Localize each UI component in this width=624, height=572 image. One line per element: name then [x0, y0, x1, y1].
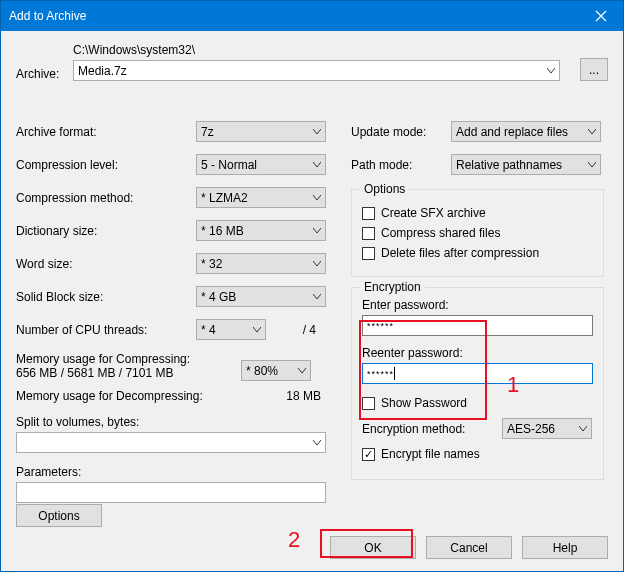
dictionary-size-label: Dictionary size: [16, 224, 196, 238]
delete-after-checkbox[interactable] [362, 247, 375, 260]
enter-password-input[interactable]: ****** [362, 315, 593, 336]
encrypt-filenames-label: Encrypt file names [381, 447, 480, 461]
archive-path-label: C:\Windows\system32\ [73, 43, 568, 57]
show-password-label: Show Password [381, 396, 467, 410]
options-button[interactable]: Options [16, 504, 102, 527]
dialog-window: Add to Archive Archive: C:\Windows\syste… [0, 0, 624, 572]
sfx-checkbox[interactable] [362, 207, 375, 220]
update-mode-combo[interactable]: Add and replace files [451, 121, 601, 142]
titlebar: Add to Archive [1, 1, 623, 31]
options-legend: Options [360, 182, 409, 196]
encryption-group: Encryption Enter password: ****** Reente… [351, 287, 604, 480]
solid-block-size-combo[interactable]: * 4 GB [196, 286, 326, 307]
dialog-body: Archive: C:\Windows\system32\ Media.7z .… [1, 31, 623, 571]
compression-method-label: Compression method: [16, 191, 196, 205]
chevron-down-icon [313, 294, 321, 300]
browse-label: ... [589, 63, 599, 77]
enter-password-label: Enter password: [362, 298, 593, 312]
split-volumes-combo[interactable] [16, 432, 326, 453]
solid-block-size-label: Solid Block size: [16, 290, 196, 304]
split-volumes-label: Split to volumes, bytes: [16, 415, 336, 429]
cpu-threads-combo[interactable]: * 4 [196, 319, 266, 340]
show-password-checkbox[interactable] [362, 397, 375, 410]
word-size-combo[interactable]: * 32 [196, 253, 326, 274]
reenter-password-input[interactable]: ****** [362, 363, 593, 384]
help-button[interactable]: Help [522, 536, 608, 559]
delete-after-label: Delete files after compression [381, 246, 539, 260]
archive-format-combo[interactable]: 7z [196, 121, 326, 142]
archive-label: Archive: [16, 67, 73, 81]
mem-decompress-value: 18 MB [266, 389, 321, 403]
compression-method-combo[interactable]: * LZMA2 [196, 187, 326, 208]
compression-level-combo[interactable]: 5 - Normal [196, 154, 326, 175]
options-group: Options Create SFX archive Compress shar… [351, 189, 604, 277]
archive-format-label: Archive format: [16, 125, 196, 139]
annotation-2: 2 [288, 527, 300, 553]
options-button-wrap: Options [16, 504, 102, 527]
chevron-down-icon [313, 261, 321, 267]
mem-percent-combo[interactable]: * 80% [241, 360, 311, 381]
ok-button[interactable]: OK [330, 536, 416, 559]
chevron-down-icon [588, 129, 596, 135]
close-button[interactable] [578, 1, 623, 31]
chevron-down-icon [313, 129, 321, 135]
parameters-label: Parameters: [16, 465, 336, 479]
compress-shared-label: Compress shared files [381, 226, 500, 240]
cpu-threads-max: / 4 [276, 323, 316, 337]
chevron-down-icon [313, 440, 321, 446]
mem-compress-label: Memory usage for Compressing: [16, 352, 241, 366]
compress-shared-checkbox[interactable] [362, 227, 375, 240]
mem-compress-value: 656 MB / 5681 MB / 7101 MB [16, 366, 241, 380]
chevron-down-icon [547, 68, 555, 74]
cpu-threads-label: Number of CPU threads: [16, 323, 196, 337]
sfx-label: Create SFX archive [381, 206, 486, 220]
encryption-method-combo[interactable]: AES-256 [502, 418, 592, 439]
path-mode-combo[interactable]: Relative pathnames [451, 154, 601, 175]
reenter-password-label: Reenter password: [362, 346, 593, 360]
path-mode-label: Path mode: [351, 158, 451, 172]
word-size-label: Word size: [16, 257, 196, 271]
encryption-method-label: Encryption method: [362, 422, 502, 436]
dictionary-size-combo[interactable]: * 16 MB [196, 220, 326, 241]
encrypt-filenames-checkbox[interactable] [362, 448, 375, 461]
window-title: Add to Archive [9, 9, 578, 23]
chevron-down-icon [253, 327, 261, 333]
text-cursor [394, 367, 395, 380]
archive-file-combo[interactable]: Media.7z [73, 60, 560, 81]
chevron-down-icon [313, 195, 321, 201]
mem-decompress-label: Memory usage for Decompressing: [16, 389, 266, 403]
chevron-down-icon [313, 162, 321, 168]
compression-level-label: Compression level: [16, 158, 196, 172]
encryption-legend: Encryption [360, 280, 425, 294]
browse-button[interactable]: ... [580, 58, 608, 81]
update-mode-label: Update mode: [351, 125, 451, 139]
chevron-down-icon [298, 368, 306, 374]
chevron-down-icon [313, 228, 321, 234]
chevron-down-icon [579, 426, 587, 432]
parameters-input[interactable] [16, 482, 326, 503]
chevron-down-icon [588, 162, 596, 168]
cancel-button[interactable]: Cancel [426, 536, 512, 559]
archive-file-value: Media.7z [78, 64, 127, 78]
